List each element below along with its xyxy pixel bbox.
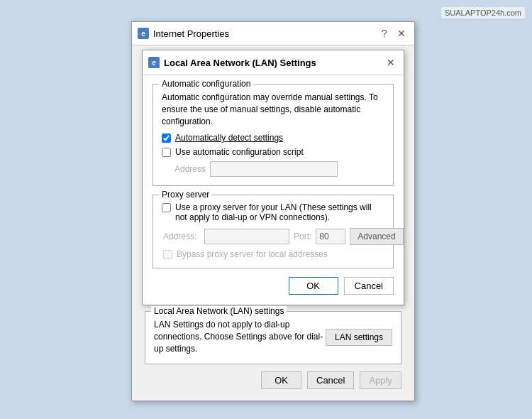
lan-settings-group: Local Area Network (LAN) settings LAN Se…: [145, 311, 401, 364]
watermark: SUALAPTOP24h.com: [441, 7, 525, 18]
lan-settings-dialog: e Local Area Network (LAN) Settings ✕ Au…: [142, 50, 404, 305]
proxy-addr-input[interactable]: [204, 229, 289, 244]
outer-window-title: Internet Properties: [153, 28, 229, 39]
inner-titlebar: e Local Area Network (LAN) Settings ✕: [143, 50, 404, 75]
use-proxy-checkbox[interactable]: [162, 203, 171, 212]
detect-settings-row: Automatically detect settings: [162, 133, 384, 143]
auto-config-group: Automatic configuration Automatic config…: [153, 84, 394, 186]
lan-settings-group-content: LAN Settings do not apply to dial-up con…: [154, 319, 392, 354]
detect-settings-label: Automatically detect settings: [175, 133, 283, 143]
use-proxy-label: Use a proxy server for your LAN (These s…: [175, 202, 384, 222]
outer-titlebar: e Internet Properties ? ✕: [132, 22, 414, 45]
auto-script-checkbox[interactable]: [162, 148, 171, 157]
lan-settings-group-label: Local Area Network (LAN) settings: [151, 306, 287, 316]
advanced-button[interactable]: Advanced: [350, 228, 403, 245]
port-input[interactable]: [316, 229, 345, 244]
proxy-server-group: Proxy server Use a proxy server for your…: [153, 195, 394, 268]
use-proxy-row: Use a proxy server for your LAN (These s…: [162, 202, 384, 222]
bypass-checkbox[interactable]: [163, 250, 172, 259]
ip-ok-button[interactable]: OK: [261, 371, 301, 389]
ip-bottom-section: Local Area Network (LAN) settings LAN Se…: [136, 305, 410, 396]
proxy-addr-label: Address:: [163, 232, 200, 241]
auto-config-desc: Automatic configuration may override man…: [162, 92, 384, 127]
outer-titlebar-controls: ? ✕: [377, 26, 409, 40]
proxy-address-row: Address: Port: Advanced: [162, 228, 384, 245]
internet-properties-window: e Internet Properties ? ✕ e Local Area N…: [131, 21, 415, 401]
port-label: Port:: [294, 232, 311, 241]
ie-icon: e: [138, 28, 149, 39]
inner-close-button[interactable]: ✕: [384, 55, 398, 70]
ip-cancel-button[interactable]: Cancel: [307, 371, 354, 389]
outer-help-button[interactable]: ?: [377, 26, 392, 40]
lan-settings-text: LAN Settings do not apply to dial-up con…: [154, 319, 326, 354]
auto-script-row: Use automatic configuration script: [162, 147, 384, 157]
auto-config-label: Automatic configuration: [159, 79, 253, 89]
auto-address-label: Address: [174, 164, 206, 174]
lan-ok-button[interactable]: OK: [289, 277, 338, 295]
ip-bottom-buttons: OK Cancel Apply: [145, 371, 401, 389]
outer-titlebar-left: e Internet Properties: [138, 28, 229, 39]
inner-window-title: Local Area Network (LAN) Settings: [164, 58, 316, 68]
outer-close-button[interactable]: ✕: [394, 26, 409, 40]
lan-cancel-button[interactable]: Cancel: [344, 277, 394, 295]
auto-address-input[interactable]: [210, 161, 338, 177]
inner-body: Automatic configuration Automatic config…: [143, 75, 404, 305]
detect-settings-checkbox[interactable]: [162, 134, 171, 143]
bypass-label: Bypass proxy server for local addresses: [177, 249, 328, 259]
lan-dialog-icon: e: [148, 57, 160, 68]
proxy-server-label: Proxy server: [159, 190, 212, 200]
auto-script-label: Use automatic configuration script: [175, 147, 304, 157]
dialog-buttons: OK Cancel: [153, 277, 394, 295]
lan-settings-button[interactable]: LAN settings: [326, 329, 392, 346]
auto-address-row: Address: [162, 161, 384, 177]
bypass-row: Bypass proxy server for local addresses: [162, 249, 384, 259]
ip-apply-button[interactable]: Apply: [360, 371, 401, 389]
outer-body: e Local Area Network (LAN) Settings ✕ Au…: [132, 45, 414, 401]
inner-titlebar-left: e Local Area Network (LAN) Settings: [148, 57, 316, 68]
